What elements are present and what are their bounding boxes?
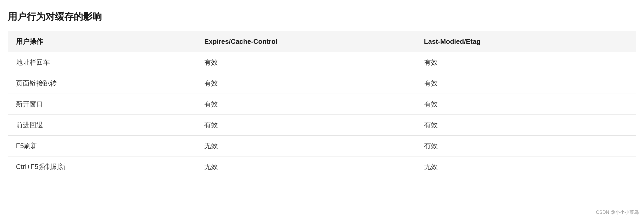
cell-expires: 有效 <box>196 73 416 94</box>
cell-lastmod: 有效 <box>416 136 636 156</box>
cell-lastmod: 有效 <box>416 73 636 94</box>
header-expires: Expires/Cache-Control <box>196 31 416 52</box>
cell-lastmod: 无效 <box>416 156 636 177</box>
header-row: 用户操作 Expires/Cache-Control Last-Modied/E… <box>8 31 636 52</box>
cell-action: 页面链接跳转 <box>8 73 196 94</box>
cache-table-container: 用户操作 Expires/Cache-Control Last-Modied/E… <box>8 31 636 177</box>
cell-action: F5刷新 <box>8 136 196 156</box>
cell-expires: 有效 <box>196 115 416 136</box>
cell-expires: 有效 <box>196 94 416 115</box>
table-body: 地址栏回车有效有效页面链接跳转有效有效新开窗口有效有效前进回退有效有效F5刷新无… <box>8 52 636 177</box>
cache-table: 用户操作 Expires/Cache-Control Last-Modied/E… <box>8 31 636 177</box>
cell-action: 前进回退 <box>8 115 196 136</box>
watermark: CSDN @小小小菜鸟 <box>596 209 639 215</box>
table-row: 前进回退有效有效 <box>8 115 636 136</box>
table-row: F5刷新无效有效 <box>8 136 636 156</box>
cell-lastmod: 有效 <box>416 52 636 73</box>
cell-expires: 无效 <box>196 136 416 156</box>
table-row: 地址栏回车有效有效 <box>8 52 636 73</box>
cell-action: Ctrl+F5强制刷新 <box>8 156 196 177</box>
page-title: 用户行为对缓存的影响 <box>8 10 636 23</box>
table-row: 新开窗口有效有效 <box>8 94 636 115</box>
cell-expires: 无效 <box>196 156 416 177</box>
cell-lastmod: 有效 <box>416 115 636 136</box>
table-row: Ctrl+F5强制刷新无效无效 <box>8 156 636 177</box>
cell-action: 新开窗口 <box>8 94 196 115</box>
cell-action: 地址栏回车 <box>8 52 196 73</box>
header-lastmod: Last-Modied/Etag <box>416 31 636 52</box>
cell-lastmod: 有效 <box>416 94 636 115</box>
table-header: 用户操作 Expires/Cache-Control Last-Modied/E… <box>8 31 636 52</box>
header-action: 用户操作 <box>8 31 196 52</box>
table-row: 页面链接跳转有效有效 <box>8 73 636 94</box>
cell-expires: 有效 <box>196 52 416 73</box>
